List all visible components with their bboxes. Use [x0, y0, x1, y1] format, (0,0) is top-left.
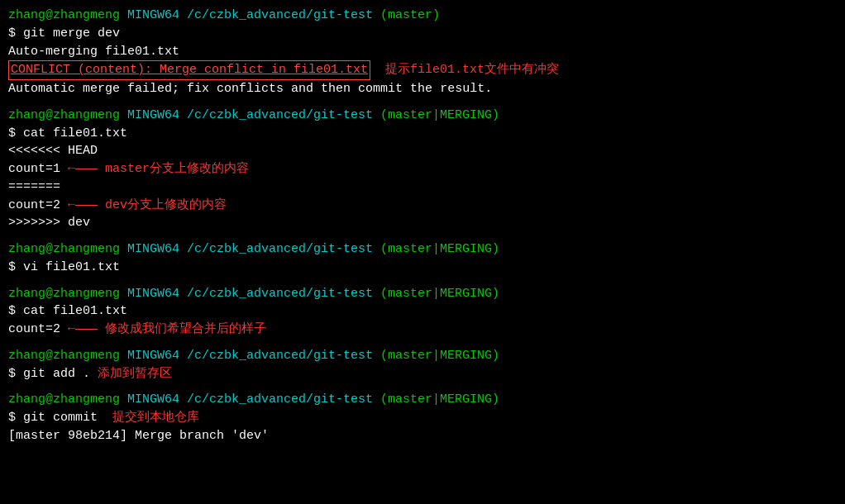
- line-8: $ cat file01.txt: [8, 125, 837, 143]
- line-1: zhang@zhangmeng MINGW64 /c/czbk_advanced…: [8, 7, 837, 25]
- line-27: [master 98eb214] Merge branch 'dev': [8, 427, 837, 445]
- path-6: /c/czbk_advanced/git-test: [187, 392, 373, 407]
- mingw-3: MINGW64: [120, 242, 187, 256]
- annotation-dev: dev分支上修改的内容: [98, 198, 227, 212]
- spacer-4: [8, 339, 837, 347]
- annotation-master: master分支上修改的内容: [98, 162, 249, 176]
- line-3: Auto-merging file01.txt: [8, 43, 837, 61]
- branch-3: (master|MERGING): [373, 242, 499, 256]
- line-13: >>>>>>> dev: [8, 214, 837, 232]
- prompt-user-2: zhang@zhangmeng: [8, 108, 120, 122]
- line-25: zhang@zhangmeng MINGW64 /c/czbk_advanced…: [8, 391, 837, 409]
- prompt-user-5: zhang@zhangmeng: [8, 349, 120, 363]
- spacer-3: [8, 277, 837, 285]
- path-4: /c/czbk_advanced/git-test: [187, 287, 373, 301]
- path-3: /c/czbk_advanced/git-test: [187, 242, 373, 256]
- line-11: =======: [8, 178, 837, 197]
- line-19: $ cat file01.txt: [8, 302, 837, 321]
- annotation-commit: 提交到本地仓库: [112, 411, 199, 425]
- line-23: $ git add . 添加到暂存区: [8, 365, 837, 383]
- prompt-user-3: zhang@zhangmeng: [8, 242, 120, 256]
- line-4-conflict: CONFLICT (content): Merge conflict in fi…: [8, 60, 837, 80]
- mingw-4: MINGW64: [120, 287, 187, 301]
- prompt-path: /c/czbk_advanced/git-test: [187, 8, 373, 22]
- terminal-window: zhang@zhangmeng MINGW64 /c/czbk_advanced…: [8, 7, 837, 445]
- arrow-2: ←———: [68, 198, 98, 212]
- line-15: zhang@zhangmeng MINGW64 /c/czbk_advanced…: [8, 240, 837, 259]
- line-20: count=2 ←——— 修改成我们希望合并后的样子: [8, 321, 837, 339]
- path-5: /c/czbk_advanced/git-test: [187, 349, 373, 363]
- arrow-1: ←———: [68, 162, 98, 176]
- line-5: Automatic merge failed; fix conflicts an…: [8, 80, 837, 98]
- line-18: zhang@zhangmeng MINGW64 /c/czbk_advanced…: [8, 285, 837, 303]
- prompt-user: zhang@zhangmeng: [8, 8, 120, 22]
- conflict-text: CONFLICT (content): Merge conflict in fi…: [8, 60, 370, 80]
- branch-4: (master|MERGING): [373, 287, 499, 301]
- branch-5: (master|MERGING): [373, 349, 499, 363]
- mingw-label: MINGW64: [120, 8, 187, 22]
- branch-2: (master|MERGING): [373, 108, 499, 122]
- prompt-user-4: zhang@zhangmeng: [8, 287, 120, 301]
- line-22: zhang@zhangmeng MINGW64 /c/czbk_advanced…: [8, 347, 837, 365]
- mingw-2: MINGW64: [120, 108, 187, 122]
- annotation-merged: 修改成我们希望合并后的样子: [98, 322, 266, 336]
- branch-6: (master|MERGING): [373, 392, 499, 407]
- spacer-1: [8, 98, 837, 107]
- line-9: <<<<<<< HEAD: [8, 142, 837, 160]
- spacer-2: [8, 232, 837, 240]
- mingw-5: MINGW64: [120, 349, 187, 363]
- annotation-add: 添加到暂存区: [98, 367, 172, 381]
- annotation-conflict: 提示file01.txt文件中有冲突: [370, 63, 559, 77]
- line-10: count=1 ←——— master分支上修改的内容: [8, 160, 837, 178]
- path-2: /c/czbk_advanced/git-test: [187, 108, 373, 122]
- line-7: zhang@zhangmeng MINGW64 /c/czbk_advanced…: [8, 107, 837, 125]
- prompt-branch: (master): [373, 8, 440, 22]
- mingw-6: MINGW64: [120, 392, 187, 407]
- line-16: $ vi file01.txt: [8, 259, 837, 277]
- line-2: $ git merge dev: [8, 25, 837, 43]
- spacer-5: [8, 383, 837, 391]
- line-12: count=2 ←——— dev分支上修改的内容: [8, 197, 837, 215]
- arrow-3: ←———: [68, 322, 98, 336]
- line-26: $ git commit 提交到本地仓库: [8, 409, 837, 427]
- prompt-user-6: zhang@zhangmeng: [8, 392, 120, 407]
